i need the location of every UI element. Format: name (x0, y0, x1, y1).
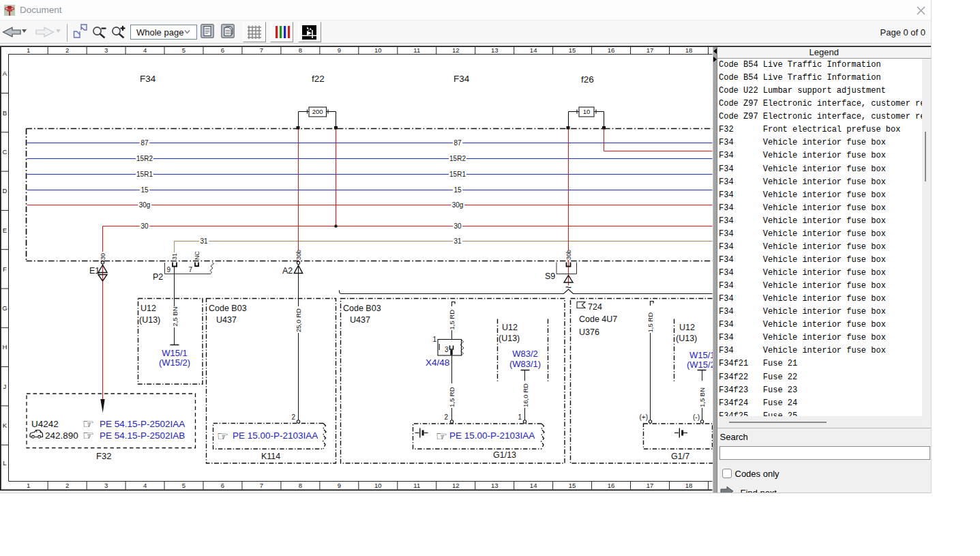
legend-row[interactable]: F32 Front electrical prefuse box (719, 123, 922, 136)
ruler-col-label: 4 (143, 482, 147, 489)
box-b03-a: Code B03 U437 ☞ PE 15.00-P-2103IAA K114 (207, 299, 336, 464)
terminal-w83-line1[interactable]: W83/2 (512, 349, 538, 359)
car-icon (30, 430, 43, 439)
terminal-w83-line2[interactable]: (W83/1) (509, 359, 541, 369)
legend-row[interactable]: F34f24 Fuse 24 (719, 397, 922, 410)
legend-row[interactable]: Code Z97 Electronic interface, customer … (719, 111, 922, 123)
legend-row[interactable]: Code B54 Live Traffic Information (719, 72, 922, 85)
legend-row[interactable]: F34 Vehicle interior fuse box (719, 228, 922, 241)
legend-row[interactable]: F34 Vehicle interior fuse box (719, 293, 922, 306)
legend-row[interactable]: F34f22 Fuse 22 (719, 371, 922, 384)
search-input[interactable] (719, 446, 930, 460)
panel-splitter[interactable] (713, 47, 717, 493)
ruler-col-label: 1 (27, 482, 30, 489)
terminal-w15-left-line1[interactable]: W15/1 (162, 348, 188, 358)
legend-row[interactable]: F34 Vehicle interior fuse box (719, 319, 922, 332)
ruler-col-label: 12 (452, 47, 460, 54)
ruler-col-label: 16 (608, 47, 615, 54)
mechanical-link-line (339, 289, 712, 294)
ruler-col-label: 2 (65, 482, 69, 489)
wiring-diagram: 123456789101112131415161718 123456789101… (0, 47, 713, 493)
find-next-icon (720, 486, 734, 493)
ruler-col-label: 4 (143, 47, 147, 54)
f32-link2[interactable]: PE 54.15-P-2502IAB (100, 430, 185, 441)
switch-s9: 30b S9 ~ (545, 250, 577, 293)
legend-row[interactable]: F34 Vehicle interior fuse box (719, 332, 922, 345)
grid-toggle-button[interactable] (243, 22, 266, 42)
legend-vscroll-thumb[interactable] (925, 132, 926, 181)
box-b03-b: Code B03 U437 1,5 RD 1 3 X4/48 (341, 299, 565, 464)
splitter-expand-icon[interactable] (713, 57, 717, 62)
zoom-level-select[interactable]: Whole page (130, 25, 197, 40)
legend-vscrollbar[interactable] (922, 59, 931, 416)
legend-row[interactable]: F34 Vehicle interior fuse box (719, 176, 922, 189)
legend-row[interactable]: F34 Vehicle interior fuse box (719, 306, 922, 319)
legend-hscroll-thumb[interactable] (729, 422, 827, 423)
section-f26: f26 (581, 74, 594, 85)
g113-link[interactable]: PE 15.00-P-2103IAA (449, 430, 535, 441)
ruler-row-label: H (2, 343, 7, 351)
k114-link[interactable]: PE 15.00-P-2103IAA (233, 430, 318, 441)
legend-row[interactable]: F34 Vehicle interior fuse box (719, 267, 922, 280)
wire-spec-x448-up: 1,5 RD (448, 310, 456, 330)
ground-a2: 30b A2 25,0 RD 2 (282, 250, 303, 423)
legend-row[interactable]: F34f25 Fuse 25 (719, 410, 922, 416)
legend-row[interactable]: F34f23 Fuse 23 (719, 384, 922, 397)
back-button[interactable] (2, 25, 27, 39)
splitter-collapse-icon[interactable] (713, 48, 717, 54)
terminal-31-label: 31 (171, 253, 178, 260)
legend-row[interactable]: F34f21 Fuse 21 (719, 357, 922, 370)
fuse-f26-branch: 10 (567, 107, 713, 263)
terminal-w15-right-line2[interactable]: (W15/2) (687, 360, 713, 370)
legend-row[interactable]: F34 Vehicle interior fuse box (719, 202, 922, 215)
bus-wire-label: 87 (140, 139, 149, 147)
find-next-button[interactable]: Find next (717, 486, 854, 493)
ground-e1: 30 E1 (89, 226, 107, 413)
box-b03-b-line2: U437 (350, 315, 370, 325)
legend-row[interactable]: F34 Vehicle interior fuse box (719, 136, 922, 149)
x448-label[interactable]: X4/48 (426, 357, 449, 368)
terminal-w15-left-line2[interactable]: (W15/2) (159, 357, 190, 368)
bus-wire-label: 30 (140, 222, 149, 230)
legend-row[interactable]: F34 Vehicle interior fuse box (719, 254, 922, 267)
forward-dropdown-icon (56, 29, 61, 33)
fit-page-button[interactable] (73, 23, 88, 39)
legend-list[interactable]: Code B54 Live Traffic InformationCode B5… (717, 59, 923, 416)
legend-row[interactable]: Code Z97 Electronic interface, customer … (719, 98, 922, 111)
close-icon[interactable] (916, 5, 926, 16)
g113-battery-icon (415, 428, 428, 438)
ruler-row-label: K (3, 422, 8, 429)
highlight-mode-button[interactable] (298, 22, 321, 42)
terminal-w15-right-line1[interactable]: W15/1 (689, 350, 713, 360)
legend-row[interactable]: F34 Vehicle interior fuse box (719, 345, 922, 357)
legend-row[interactable]: F34 Vehicle interior fuse box (719, 241, 922, 254)
multi-page-button[interactable] (221, 24, 235, 38)
legend-row[interactable]: F34 Vehicle interior fuse box (719, 149, 922, 162)
bus-wire-label: 15R1 (136, 171, 153, 178)
box-b03-a-line2: U437 (216, 315, 237, 325)
zoom-out-button[interactable] (92, 26, 107, 39)
forward-button[interactable] (33, 25, 61, 39)
ruler-col-label: 16 (608, 482, 615, 489)
legend-row[interactable]: F34 Vehicle interior fuse box (719, 163, 922, 176)
zoom-in-button[interactable] (111, 25, 126, 39)
legend-row[interactable]: Code B54 Live Traffic Information (719, 59, 922, 72)
legend-row[interactable]: Code U22 Lumbar support adjustment (719, 85, 922, 98)
p2-pin7-label: 7 (189, 266, 193, 274)
g17-label: G1/7 (671, 452, 689, 461)
legend-hscrollbar[interactable] (717, 416, 923, 426)
ruler-row-label: B (3, 109, 7, 117)
ruler-col-label: 7 (260, 47, 263, 54)
f32-link1[interactable]: PE 54.15-P-2502IAA (100, 419, 185, 429)
legend-row[interactable]: F34 Vehicle interior fuse box (719, 189, 922, 202)
legend-row[interactable]: F34 Vehicle interior fuse box (719, 280, 922, 293)
ruler-col-label: 15 (569, 482, 576, 489)
x448-pin-outer: 1 (432, 336, 436, 343)
codes-only-checkbox[interactable] (722, 469, 732, 478)
color-bars-button[interactable] (270, 22, 293, 42)
legend-row[interactable]: F34 Vehicle interior fuse box (719, 215, 922, 228)
diagram-canvas[interactable]: 123456789101112131415161718 123456789101… (0, 47, 713, 493)
single-page-button[interactable] (201, 24, 214, 38)
bus-wires: 878715R215R215R115R1151530g30g30303131 (27, 139, 713, 245)
search-label: Search (720, 432, 748, 442)
